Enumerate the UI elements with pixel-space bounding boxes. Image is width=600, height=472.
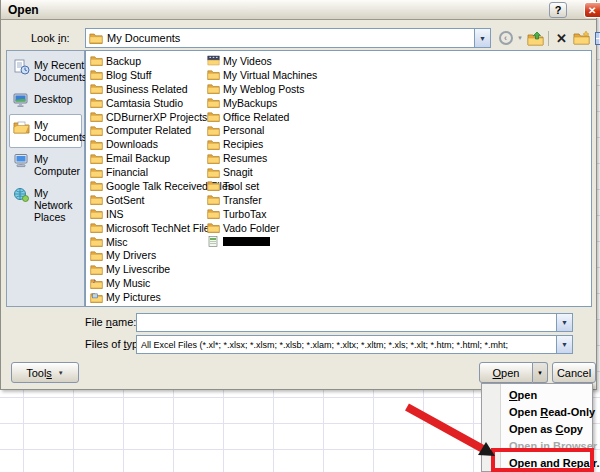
- file-item-label: Office Related: [223, 111, 289, 123]
- my-computer-icon: [13, 153, 31, 169]
- my-documents-icon: [13, 119, 31, 135]
- file-item-label: Backup: [106, 55, 141, 67]
- up-one-level-icon[interactable]: [527, 29, 544, 47]
- sidebar-item-network-places[interactable]: My Network Places: [9, 182, 82, 228]
- file-item[interactable]: Transfer: [207, 193, 317, 207]
- folder-icon: [207, 111, 220, 122]
- sidebar-item-recent-documents[interactable]: My Recent Documents: [9, 54, 82, 88]
- dialog-toolbar: ‹ ▼ ✕: [497, 28, 600, 48]
- file-item[interactable]: Recipies: [207, 137, 317, 151]
- folder-icon: [207, 208, 220, 219]
- sidebar-item-my-computer[interactable]: My Computer: [9, 148, 82, 182]
- close-button[interactable]: ✕: [584, 2, 600, 18]
- cancel-button[interactable]: Cancel: [552, 362, 596, 383]
- file-item[interactable]: My Drivers: [90, 248, 233, 262]
- file-item[interactable]: Vado Folder: [207, 221, 317, 235]
- file-item-label: TurboTax: [223, 208, 266, 220]
- chevron-down-icon[interactable]: ▼: [556, 336, 572, 353]
- network-places-icon: [13, 187, 31, 203]
- file-item-label: Blog Stuff: [106, 69, 151, 81]
- file-item-label: Tool set: [223, 180, 259, 192]
- file-item-label: My Videos: [223, 55, 272, 67]
- folder-icon: [207, 69, 220, 80]
- open-button-label: Open: [493, 367, 520, 379]
- file-item-label: Vado Folder: [223, 222, 279, 234]
- create-new-folder-icon[interactable]: [573, 29, 590, 47]
- file-item[interactable]: My Virtual Machines: [207, 68, 317, 82]
- file-item-label: Misc: [106, 236, 128, 248]
- menu-item-open-as-copy[interactable]: Open as Copy: [482, 421, 592, 438]
- file-item[interactable]: Snagit: [207, 165, 317, 179]
- file-item-label: My Livescribe: [106, 263, 170, 275]
- file-item[interactable]: Resumes: [207, 151, 317, 165]
- file-item[interactable]: ♪My Music: [90, 276, 233, 290]
- folder-icon: [90, 69, 103, 80]
- sidebar-item-label: My Network Places: [34, 187, 80, 223]
- file-item[interactable]: My Livescribe: [90, 262, 233, 276]
- dialog-titlebar: Open: [1, 0, 596, 20]
- folder-icon: [90, 180, 103, 191]
- file-item[interactable]: My Weblog Posts: [207, 82, 317, 96]
- file-item[interactable]: Tool set: [207, 179, 317, 193]
- menu-item-open[interactable]: Open: [482, 387, 592, 404]
- dialog-title: Open: [8, 3, 39, 17]
- desktop-icon: [13, 93, 31, 109]
- file-item-label: Transfer: [223, 194, 262, 206]
- tools-button[interactable]: Tools▼: [11, 362, 79, 383]
- menu-item-open-in-browser: Open in Browser: [482, 438, 592, 455]
- file-item-label: Personal: [223, 124, 264, 136]
- folder-icon: [90, 194, 103, 205]
- file-item[interactable]: Office Related: [207, 110, 317, 124]
- excel-worksheet-background: Open ? ✕ Look in: My Documents ▼ ‹ ▼ ✕: [0, 0, 600, 472]
- file-item[interactable]: [207, 235, 317, 249]
- folder-icon: [207, 139, 220, 150]
- file-item-label: Email Backup: [106, 152, 170, 164]
- folder-icon: [89, 32, 103, 44]
- file-item[interactable]: My Pictures: [90, 290, 233, 304]
- file-name-input[interactable]: ▼: [136, 313, 573, 332]
- file-item-label: Camtasia Studio: [106, 97, 183, 109]
- file-item[interactable]: MyBackups: [207, 96, 317, 110]
- folder-icon: [207, 97, 220, 108]
- menu-item-open-read-only[interactable]: Open Read-Only: [482, 404, 592, 421]
- open-button[interactable]: Open: [479, 362, 533, 383]
- open-options-menu: OpenOpen Read-OnlyOpen as CopyOpen in Br…: [481, 383, 593, 472]
- file-item-label: Business Related: [106, 83, 188, 95]
- file-item-label: Microsoft TechNet Files: [106, 222, 215, 234]
- sidebar-item-desktop[interactable]: Desktop: [9, 88, 82, 114]
- back-dropdown-icon[interactable]: ▼: [517, 35, 524, 41]
- file-item-label: Snagit: [223, 166, 253, 178]
- help-button[interactable]: ?: [549, 2, 567, 18]
- folder-icon: [90, 208, 103, 219]
- sidebar-item-label: Desktop: [34, 93, 73, 105]
- files-of-type-value: All Excel Files (*.xl*; *.xlsx; *.xlsm; …: [137, 340, 524, 350]
- folder-icon: [90, 111, 103, 122]
- folder-icon: [90, 153, 103, 164]
- file-item-label: GotSent: [106, 194, 145, 206]
- folder-icon: [90, 55, 103, 66]
- redacted-file-name: [223, 237, 270, 246]
- folder-videos-icon: [207, 55, 220, 66]
- look-in-combo[interactable]: My Documents ▼: [85, 28, 491, 48]
- file-item-label: MyBackups: [223, 97, 277, 109]
- back-icon[interactable]: ‹: [497, 29, 514, 47]
- sidebar-item-my-documents[interactable]: My Documents: [9, 114, 82, 148]
- file-item[interactable]: My Videos: [207, 54, 317, 68]
- files-of-type-combo[interactable]: All Excel Files (*.xl*; *.xlsx; *.xlsm; …: [136, 335, 573, 354]
- folder-pictures-icon: [90, 292, 103, 303]
- chevron-down-icon[interactable]: ▼: [474, 29, 490, 47]
- menu-item-open-and-repair[interactable]: Open and Repair...: [482, 455, 592, 472]
- file-item[interactable]: Personal: [207, 123, 317, 137]
- file-item-label: My Pictures: [106, 291, 161, 303]
- delete-icon[interactable]: ✕: [553, 29, 570, 47]
- look-in-value: My Documents: [103, 32, 180, 44]
- sidebar-item-label: My Documents: [34, 119, 87, 143]
- chevron-down-icon[interactable]: ▼: [556, 314, 572, 331]
- recent-documents-icon: [13, 59, 31, 75]
- folder-icon: [90, 125, 103, 136]
- folder-icon: [207, 167, 220, 178]
- open-split-dropdown[interactable]: ▼: [533, 362, 548, 383]
- folder-icon: [207, 83, 220, 94]
- views-icon[interactable]: [593, 29, 600, 47]
- file-item[interactable]: TurboTax: [207, 207, 317, 221]
